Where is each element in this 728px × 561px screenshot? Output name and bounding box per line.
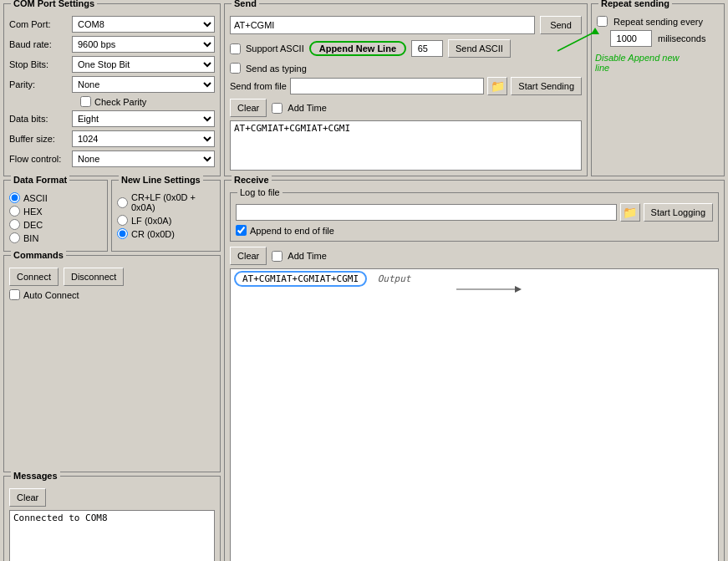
data-format-panel: Data Format ASCII HEX DEC (3, 180, 108, 252)
svg-marker-3 (515, 286, 522, 293)
messages-title: Messages (11, 471, 60, 481)
parity-label: Parity: (9, 79, 72, 89)
repeat-ms-input[interactable] (610, 30, 652, 47)
send-text-area: AT+CGMIAT+CGMIAT+CGMI (230, 120, 582, 171)
output-arrow (456, 281, 523, 298)
ascii-num-input[interactable] (411, 40, 443, 57)
send-from-file-label: Send from file (230, 81, 287, 91)
lf-label: LF (0x0A) (131, 216, 171, 226)
repeat-sending-checkbox[interactable] (597, 16, 608, 27)
messages-clear-button[interactable]: Clear (9, 488, 46, 507)
messages-text-area: Connected to COM8 (9, 510, 215, 561)
receive-title: Receive (232, 175, 272, 185)
check-parity-checkbox[interactable] (80, 96, 91, 107)
com-port-panel: COM Port Settings Com Port: COM8 Baud ra… (3, 3, 221, 176)
receive-output-circled: AT+CGMIAT+CGMIAT+CGMI (234, 271, 367, 287)
receive-add-time-checkbox[interactable] (272, 251, 283, 262)
stop-bits-label: Stop Bits: (9, 59, 72, 69)
log-file-browse-button[interactable]: 📁 (620, 203, 640, 222)
send-button[interactable]: Send (540, 16, 582, 34)
append-to-file-label: Append to end of file (250, 226, 334, 236)
send-as-typing-checkbox[interactable] (230, 63, 241, 74)
send-ascii-button[interactable]: Send ASCII (448, 39, 511, 58)
data-format-title: Data Format (11, 175, 69, 185)
repeat-sending-label: Repeat sending every (613, 17, 703, 27)
start-sending-button[interactable]: Start Sending (511, 77, 582, 95)
check-parity-label: Check Parity (94, 97, 146, 107)
repeat-sending-title: Repeat sending (598, 0, 672, 8)
data-bits-select[interactable]: Eight (72, 110, 215, 127)
log-file-title: Log to file (237, 187, 283, 197)
bin-radio[interactable] (9, 232, 20, 243)
support-ascii-checkbox[interactable] (230, 43, 241, 54)
disconnect-button[interactable]: Disconnect (64, 268, 124, 286)
receive-output-container: AT+CGMIAT+CGMIAT+CGMI Output (230, 268, 719, 561)
receive-panel: Receive Log to file 📁 Start Logging Appe… (224, 180, 725, 561)
add-time-checkbox[interactable] (272, 103, 283, 114)
auto-connect-label: Auto Connect (23, 290, 79, 300)
log-file-panel: Log to file 📁 Start Logging Append to en… (230, 192, 719, 242)
dec-label: DEC (23, 220, 43, 230)
send-as-typing-label: Send as typing (246, 64, 307, 74)
repeat-sending-panel: Repeat sending Repeat sending every mili… (591, 3, 725, 176)
crlf-label: CR+LF (0x0D + 0x0A) (131, 192, 215, 212)
baud-rate-label: Baud rate: (9, 39, 72, 49)
connect-button[interactable]: Connect (9, 268, 59, 286)
send-clear-button[interactable]: Clear (230, 99, 267, 117)
commands-panel: Commands Connect Disconnect Auto Connect (3, 255, 221, 472)
send-from-file-input[interactable] (290, 78, 484, 94)
lf-radio[interactable] (117, 215, 128, 226)
append-new-line-button[interactable]: Append New Line (309, 41, 406, 56)
hex-radio[interactable] (9, 206, 20, 217)
bin-label: BIN (23, 233, 38, 243)
baud-rate-select[interactable]: 9600 bps (72, 36, 215, 53)
send-panel: Send Send Support ASCII Append New Line … (224, 3, 588, 176)
auto-connect-checkbox[interactable] (9, 289, 20, 300)
output-annotation: Output (378, 273, 411, 284)
receive-clear-button[interactable]: Clear (230, 247, 267, 265)
crlf-radio[interactable] (117, 197, 128, 208)
ascii-radio[interactable] (9, 192, 20, 203)
com-port-select[interactable]: COM8 (72, 16, 215, 33)
com-port-label: Com Port: (9, 19, 72, 29)
ascii-label: ASCII (23, 193, 48, 203)
receive-text-area: AT+CGMIAT+CGMIAT+CGMI Output (230, 268, 719, 561)
buffer-size-select[interactable]: 1024 (72, 130, 215, 147)
messages-content: Connected to COM8 (13, 513, 108, 523)
log-file-input[interactable] (236, 204, 617, 221)
dec-radio[interactable] (9, 219, 20, 230)
hex-label: HEX (23, 207, 43, 217)
flow-control-label: Flow control: (9, 154, 72, 164)
cr-label: CR (0x0D) (131, 229, 175, 239)
messages-panel: Messages Clear Connected to COM8 (3, 476, 221, 561)
append-to-file-checkbox[interactable] (236, 225, 247, 236)
data-bits-label: Data bits: (9, 114, 72, 124)
add-time-label: Add Time (288, 103, 326, 113)
send-file-browse-button[interactable]: 📁 (487, 77, 507, 95)
com-port-title: COM Port Settings (11, 0, 97, 8)
stop-bits-select[interactable]: One Stop Bit (72, 56, 215, 73)
flow-control-select[interactable]: None (72, 150, 215, 167)
send-input[interactable] (230, 16, 535, 34)
support-ascii-label: Support ASCII (246, 43, 304, 54)
send-text-content: AT+CGMIAT+CGMIAT+CGMI (234, 123, 350, 134)
buffer-size-label: Buffer size: (9, 134, 72, 144)
cr-radio[interactable] (117, 228, 128, 239)
receive-add-time-label: Add Time (288, 251, 326, 261)
commands-title: Commands (11, 250, 66, 260)
parity-select[interactable]: None (72, 76, 215, 93)
newline-panel: New Line Settings CR+LF (0x0D + 0x0A) LF… (111, 180, 221, 252)
repeat-ms-unit: miliseconds (658, 33, 705, 43)
send-title: Send (232, 0, 259, 8)
start-logging-button[interactable]: Start Logging (644, 203, 713, 222)
newline-title: New Line Settings (119, 175, 203, 185)
